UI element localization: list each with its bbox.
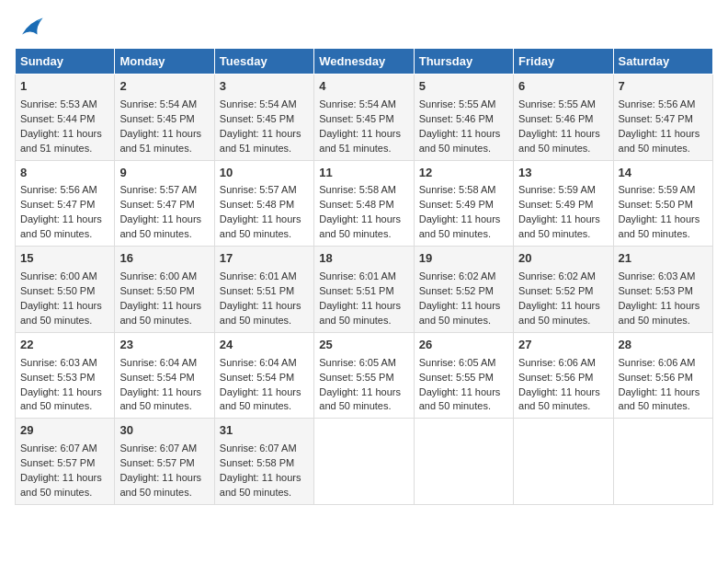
day-header-sunday: Sunday (16, 49, 115, 75)
daylight-text: Daylight: 11 hoursand 50 minutes. (220, 300, 301, 326)
calendar-cell: 13Sunrise: 5:59 AMSunset: 5:49 PMDayligh… (514, 160, 613, 247)
sunset-text: Sunset: 5:53 PM (619, 285, 693, 296)
day-header-friday: Friday (514, 49, 613, 75)
calendar-cell: 29Sunrise: 6:07 AMSunset: 5:57 PMDayligh… (16, 419, 115, 505)
week-row-3: 15Sunrise: 6:00 AMSunset: 5:50 PMDayligh… (16, 247, 713, 333)
sunset-text: Sunset: 5:46 PM (419, 113, 494, 124)
calendar-cell: 31Sunrise: 6:07 AMSunset: 5:58 PMDayligh… (214, 419, 313, 505)
daylight-text: Daylight: 11 hoursand 50 minutes. (419, 128, 501, 154)
calendar-header: SundayMondayTuesdayWednesdayThursdayFrid… (16, 49, 713, 75)
daylight-text: Daylight: 11 hoursand 50 minutes. (319, 213, 401, 239)
sunrise-text: Sunrise: 6:07 AM (220, 442, 297, 454)
sunset-text: Sunset: 5:56 PM (619, 372, 693, 383)
sunrise-text: Sunrise: 6:01 AM (319, 270, 396, 282)
calendar-cell: 27Sunrise: 6:06 AMSunset: 5:56 PMDayligh… (514, 332, 613, 419)
sunrise-text: Sunrise: 5:53 AM (20, 98, 97, 109)
daylight-text: Daylight: 11 hoursand 50 minutes. (220, 213, 301, 239)
day-number: 11 (319, 165, 408, 182)
calendar-cell: 9Sunrise: 5:57 AMSunset: 5:47 PMDaylight… (115, 160, 214, 247)
day-number: 12 (419, 165, 508, 182)
sunset-text: Sunset: 5:51 PM (220, 285, 294, 296)
daylight-text: Daylight: 11 hoursand 50 minutes. (619, 128, 700, 154)
page-header (15, 15, 713, 40)
daylight-text: Daylight: 11 hoursand 50 minutes. (518, 386, 600, 412)
calendar-cell: 26Sunrise: 6:05 AMSunset: 5:55 PMDayligh… (414, 332, 513, 419)
day-number: 18 (319, 250, 408, 268)
calendar-cell: 25Sunrise: 6:05 AMSunset: 5:55 PMDayligh… (314, 332, 414, 419)
daylight-text: Daylight: 11 hoursand 50 minutes. (419, 213, 501, 239)
day-number: 7 (619, 78, 708, 96)
sunset-text: Sunset: 5:52 PM (419, 285, 494, 296)
daylight-text: Daylight: 11 hoursand 50 minutes. (518, 213, 600, 239)
calendar-table: SundayMondayTuesdayWednesdayThursdayFrid… (15, 48, 713, 505)
daylight-text: Daylight: 11 hoursand 51 minutes. (119, 128, 201, 154)
calendar-cell: 21Sunrise: 6:03 AMSunset: 5:53 PMDayligh… (613, 247, 712, 333)
day-number: 5 (419, 78, 508, 96)
daylight-text: Daylight: 11 hoursand 50 minutes. (518, 300, 600, 326)
day-number: 30 (119, 422, 209, 440)
sunrise-text: Sunrise: 6:03 AM (20, 357, 97, 368)
calendar-cell: 1Sunrise: 5:53 AMSunset: 5:44 PMDaylight… (16, 75, 115, 161)
daylight-text: Daylight: 11 hoursand 50 minutes. (20, 472, 102, 498)
day-number: 13 (518, 165, 608, 182)
day-number: 28 (619, 337, 708, 354)
daylight-text: Daylight: 11 hoursand 50 minutes. (619, 213, 700, 239)
calendar-cell (613, 419, 712, 505)
day-header-monday: Monday (115, 49, 214, 75)
day-number: 14 (619, 165, 708, 182)
day-number: 15 (20, 250, 109, 268)
sunrise-text: Sunrise: 6:04 AM (119, 357, 197, 368)
day-number: 2 (119, 78, 209, 96)
day-number: 3 (220, 78, 309, 96)
sunset-text: Sunset: 5:48 PM (220, 199, 294, 210)
day-header-thursday: Thursday (414, 49, 513, 75)
sunrise-text: Sunrise: 6:07 AM (20, 442, 97, 454)
sunrise-text: Sunrise: 6:05 AM (319, 357, 396, 368)
week-row-2: 8Sunrise: 5:56 AMSunset: 5:47 PMDaylight… (16, 160, 713, 247)
calendar-cell: 10Sunrise: 5:57 AMSunset: 5:48 PMDayligh… (214, 160, 313, 247)
sunset-text: Sunset: 5:49 PM (518, 199, 593, 210)
sunrise-text: Sunrise: 5:54 AM (319, 98, 396, 109)
sunset-text: Sunset: 5:45 PM (319, 113, 393, 124)
sunset-text: Sunset: 5:54 PM (220, 372, 294, 383)
daylight-text: Daylight: 11 hoursand 51 minutes. (319, 128, 401, 154)
sunset-text: Sunset: 5:48 PM (319, 199, 393, 210)
calendar-cell: 5Sunrise: 5:55 AMSunset: 5:46 PMDaylight… (414, 75, 513, 161)
sunset-text: Sunset: 5:49 PM (419, 199, 494, 210)
sunrise-text: Sunrise: 6:07 AM (119, 442, 197, 454)
daylight-text: Daylight: 11 hoursand 51 minutes. (220, 128, 301, 154)
sunset-text: Sunset: 5:55 PM (319, 372, 393, 383)
daylight-text: Daylight: 11 hoursand 50 minutes. (119, 386, 201, 412)
calendar-cell (514, 419, 613, 505)
sunset-text: Sunset: 5:50 PM (619, 199, 693, 210)
sunrise-text: Sunrise: 5:56 AM (20, 184, 97, 195)
calendar-cell: 14Sunrise: 5:59 AMSunset: 5:50 PMDayligh… (613, 160, 712, 247)
sunrise-text: Sunrise: 6:05 AM (419, 357, 496, 368)
sunset-text: Sunset: 5:56 PM (518, 372, 593, 383)
day-number: 8 (20, 165, 109, 182)
sunrise-text: Sunrise: 5:54 AM (220, 98, 297, 109)
calendar-cell: 12Sunrise: 5:58 AMSunset: 5:49 PMDayligh… (414, 160, 513, 247)
sunrise-text: Sunrise: 5:59 AM (518, 184, 596, 195)
calendar-cell: 4Sunrise: 5:54 AMSunset: 5:45 PMDaylight… (314, 75, 414, 161)
sunrise-text: Sunrise: 5:58 AM (319, 184, 396, 195)
daylight-text: Daylight: 11 hoursand 50 minutes. (619, 300, 700, 326)
logo (15, 15, 44, 40)
calendar-cell: 20Sunrise: 6:02 AMSunset: 5:52 PMDayligh… (514, 247, 613, 333)
calendar-cell: 17Sunrise: 6:01 AMSunset: 5:51 PMDayligh… (214, 247, 313, 333)
calendar-cell (414, 419, 513, 505)
sunrise-text: Sunrise: 6:06 AM (518, 357, 596, 368)
calendar-cell: 8Sunrise: 5:56 AMSunset: 5:47 PMDaylight… (16, 160, 115, 247)
calendar-cell: 23Sunrise: 6:04 AMSunset: 5:54 PMDayligh… (115, 332, 214, 419)
daylight-text: Daylight: 11 hoursand 50 minutes. (119, 213, 201, 239)
daylight-text: Daylight: 11 hoursand 50 minutes. (119, 472, 201, 498)
calendar-cell: 24Sunrise: 6:04 AMSunset: 5:54 PMDayligh… (214, 332, 313, 419)
week-row-4: 22Sunrise: 6:03 AMSunset: 5:53 PMDayligh… (16, 332, 713, 419)
calendar-cell: 7Sunrise: 5:56 AMSunset: 5:47 PMDaylight… (613, 75, 712, 161)
sunrise-text: Sunrise: 5:55 AM (518, 98, 596, 109)
daylight-text: Daylight: 11 hoursand 50 minutes. (419, 300, 501, 326)
sunset-text: Sunset: 5:46 PM (518, 113, 593, 124)
day-number: 21 (619, 250, 708, 268)
calendar-cell (314, 419, 414, 505)
sunset-text: Sunset: 5:55 PM (419, 372, 494, 383)
